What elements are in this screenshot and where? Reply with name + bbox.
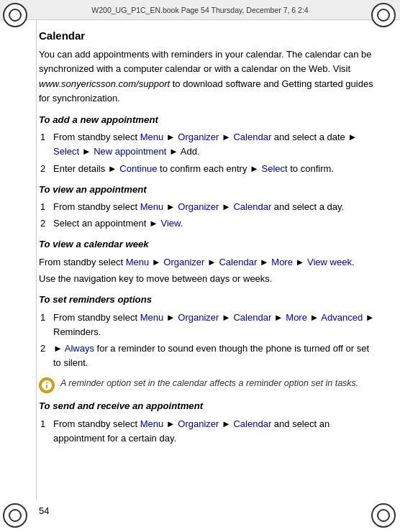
header-bar: W200_UG_P1C_EN.book Page 54 Thursday, De… [0,0,400,20]
section-add-appointment: To add a new appointment 1 From standby … [39,113,378,176]
step-content: Select an appointment ► View. [53,216,378,231]
step-num: 2 [40,216,50,231]
section-send-appointment: To send and receive an appointment 1 Fro… [39,399,378,446]
corner-bl [3,503,29,529]
step-content: From standby select Menu ► Organizer ► C… [53,417,378,446]
tip-text: A reminder option set in the calendar af… [60,377,358,390]
corner-tl [3,3,29,29]
step-reminder-1: 1 From standby select Menu ► Organizer ►… [39,311,378,339]
step-view-1: 1 From standby select Menu ► Organizer ►… [39,200,378,214]
step-reminder-2: 2 ► Always for a reminder to sound even … [39,341,378,370]
page-container: W200_UG_P1C_EN.book Page 54 Thursday, De… [0,0,400,532]
step-num: 1 [40,200,50,214]
margin-line [36,20,37,500]
section-reminders: To set reminders options 1 From standby … [39,293,378,370]
svg-point-1 [46,382,47,384]
step-send-1: 1 From standby select Menu ► Organizer ►… [39,417,378,446]
step-add-2: 2 Enter details ► Continue to confirm ea… [39,162,378,176]
section-heading-view: To view an appointment [39,183,378,197]
step-num: 1 [40,311,50,339]
step-num: 1 [40,417,50,446]
step-num: 1 [40,130,50,159]
page-title: Calendar [39,27,378,44]
step-content: ► Always for a reminder to sound even th… [53,341,378,370]
page-number: 54 [39,505,49,516]
tip-box: A reminder option set in the calendar af… [39,377,378,393]
content-area: Calendar You can add appointments with r… [39,20,378,500]
svg-rect-2 [46,385,47,389]
step-content: Enter details ► Continue to confirm each… [53,162,378,176]
view-week-nav-text: Use the navigation key to move between d… [39,272,378,286]
section-heading-send: To send and receive an appointment [39,399,378,413]
section-heading-reminders: To set reminders options [39,293,378,307]
section-heading-week: To view a calendar week [39,237,378,252]
tip-icon [39,377,55,393]
section-view-week: To view a calendar week From standby sel… [39,237,378,286]
step-num: 2 [40,162,50,176]
step-content: From standby select Menu ► Organizer ► C… [53,130,378,159]
view-week-text: From standby select Menu ► Organizer ► C… [39,255,378,270]
step-content: From standby select Menu ► Organizer ► C… [53,200,378,214]
section-heading-add: To add a new appointment [39,113,378,127]
step-add-1: 1 From standby select Menu ► Organizer ►… [39,130,378,159]
header-text: W200_UG_P1C_EN.book Page 54 Thursday, De… [91,6,308,14]
corner-br [371,503,397,529]
step-view-2: 2 Select an appointment ► View. [39,216,378,231]
section-view-appointment: To view an appointment 1 From standby se… [39,183,378,231]
step-content: From standby select Menu ► Organizer ► C… [53,311,378,339]
intro-paragraph: You can add appointments with reminders … [39,47,378,106]
step-num: 2 [40,341,50,370]
